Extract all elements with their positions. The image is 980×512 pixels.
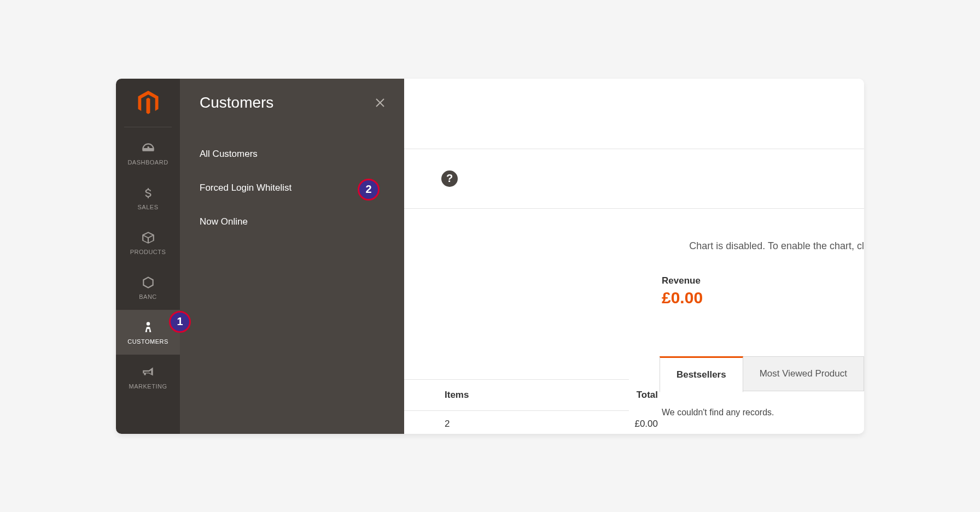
flyout-header: Customers — [180, 79, 404, 111]
dashboard-content: ? Chart is disabled. To enable the chart… — [404, 79, 864, 434]
nav-label: DASHBOARD — [127, 159, 168, 166]
nav-item-banc[interactable]: BANC — [116, 265, 180, 310]
hexagon-icon — [141, 275, 156, 290]
gauge-icon — [141, 140, 156, 156]
nav-label: BANC — [139, 293, 157, 300]
flyout-item-now-online[interactable]: Now Online — [200, 216, 248, 227]
tab-bestsellers[interactable]: Bestsellers — [660, 356, 743, 392]
nav-label: PRODUCTS — [130, 249, 166, 255]
callout-badge-1: 1 — [169, 311, 191, 333]
no-records-text: We couldn't find any records. — [662, 408, 864, 417]
close-icon — [375, 97, 386, 108]
admin-window: DASHBOARD SALES PRODUCTS BANC CUSTOMERS — [116, 79, 864, 434]
box-icon — [141, 230, 156, 245]
nav-label: CUSTOMERS — [127, 338, 168, 345]
flyout-close-button[interactable] — [374, 96, 387, 109]
orders-row[interactable]: 2 £0.00 — [404, 410, 629, 434]
flyout-title: Customers — [200, 94, 273, 111]
rail-divider — [124, 127, 172, 127]
orders-col-items: Items — [404, 390, 576, 401]
dollar-icon — [141, 185, 156, 201]
revenue-value: £0.00 — [662, 289, 864, 307]
dashboard-tabs: Bestsellers Most Viewed Product — [660, 356, 864, 390]
primary-nav-rail: DASHBOARD SALES PRODUCTS BANC CUSTOMERS — [116, 79, 180, 434]
flyout-item-all-customers[interactable]: All Customers — [200, 149, 258, 160]
help-icon[interactable]: ? — [441, 170, 458, 187]
customers-flyout: Customers All Customers Forced Login Whi… — [180, 79, 404, 434]
revenue-label: Revenue — [662, 275, 864, 286]
callout-badge-2: 2 — [358, 179, 380, 201]
scope-bar: ? — [404, 149, 864, 209]
nav-label: MARKETING — [129, 383, 167, 390]
magento-logo-icon — [138, 91, 159, 115]
chart-disabled-note: Chart is disabled. To enable the chart, … — [689, 240, 864, 252]
nav-item-marketing[interactable]: MARKETING — [116, 355, 180, 399]
orders-mini-table: Items Total 2 £0.00 — [404, 379, 629, 434]
tab-most-viewed[interactable]: Most Viewed Product — [743, 356, 864, 391]
content-header-blank — [404, 79, 864, 149]
orders-header: Items Total — [404, 380, 629, 410]
nav-item-dashboard[interactable]: DASHBOARD — [116, 131, 180, 175]
revenue-metric: Revenue £0.00 — [662, 275, 864, 307]
megaphone-icon — [141, 364, 156, 380]
magento-logo — [116, 79, 180, 127]
flyout-item-forced-login-whitelist[interactable]: Forced Login Whitelist — [200, 183, 291, 193]
nav-item-products[interactable]: PRODUCTS — [116, 220, 180, 265]
person-icon — [141, 320, 156, 335]
orders-cell-total: £0.00 — [576, 419, 680, 429]
flyout-items: All Customers Forced Login Whitelist Now… — [180, 111, 404, 227]
orders-cell-items: 2 — [404, 419, 576, 429]
orders-col-total: Total — [576, 390, 680, 401]
nav-label: SALES — [138, 204, 159, 210]
nav-item-sales[interactable]: SALES — [116, 175, 180, 220]
